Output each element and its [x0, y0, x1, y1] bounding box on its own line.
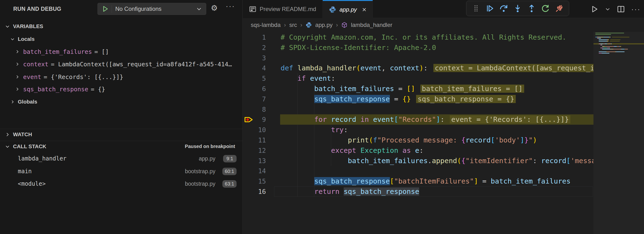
token — [280, 177, 314, 185]
globals-group[interactable]: Globals — [0, 97, 242, 107]
stack-frame-row[interactable]: <module> bootstrap.py 63:1 — [0, 179, 242, 189]
line-number[interactable]: 1 — [243, 32, 266, 42]
symbol-method-icon — [341, 22, 348, 28]
minimap-segment — [610, 49, 613, 49]
minimap-line — [596, 35, 644, 36]
code-text[interactable]: sqs_batch_response["batchItemFailures"] … — [280, 176, 570, 186]
token: f — [373, 136, 377, 144]
step-out-icon[interactable] — [527, 3, 536, 13]
watch-header-label: WATCH — [13, 131, 32, 138]
minimap-segment — [624, 49, 628, 49]
code-text[interactable]: batch_item_failures.append({"itemIdentif… — [280, 156, 594, 166]
line-number[interactable]: 4 — [243, 63, 266, 73]
minimap-line — [596, 38, 644, 39]
minimap-inline-segment — [612, 37, 629, 37]
minimap-segment — [600, 38, 601, 39]
debug-config-label[interactable]: No Configurations — [115, 5, 162, 12]
minimap-line — [596, 37, 644, 37]
line-number[interactable]: 13 — [243, 156, 266, 166]
token — [280, 146, 331, 154]
variable-row[interactable]: context= LambdaContext([aws_request_id=a… — [0, 59, 242, 69]
variable-row[interactable]: batch_item_failures= [] — [0, 46, 242, 57]
line-number[interactable]: 5 — [243, 73, 266, 84]
code-text[interactable]: def lambda_handler(event, context): cont… — [280, 63, 594, 73]
stack-frame-row[interactable]: lambda_handler app.py 9:1 — [0, 153, 242, 164]
minimap[interactable] — [594, 32, 644, 234]
code-text[interactable]: try: — [280, 125, 348, 135]
code-text[interactable]: if event: — [280, 73, 335, 84]
line-number[interactable]: 16 — [243, 186, 266, 197]
variables-section-header[interactable]: VARIABLES — [0, 21, 242, 32]
token: } — [524, 136, 528, 144]
close-icon[interactable]: × — [362, 6, 366, 13]
code-text[interactable]: sqs_batch_response = {}sqs_batch_respons… — [280, 94, 516, 104]
breakpoint-current-line-icon[interactable] — [244, 114, 255, 125]
restart-icon[interactable] — [540, 3, 550, 13]
line-number[interactable]: 15 — [243, 176, 266, 186]
start-debug-icon[interactable] — [102, 5, 109, 12]
minimap-segment — [603, 48, 607, 48]
line-number[interactable]: 2 — [243, 42, 266, 53]
line-number[interactable]: 3 — [243, 53, 266, 63]
code-text[interactable]: except Exception as e: — [280, 145, 424, 156]
watch-section-header[interactable]: WATCH — [0, 129, 242, 140]
drag-handle-icon[interactable] — [471, 3, 481, 13]
disconnect-icon[interactable] — [554, 3, 564, 13]
breadcrumb-project[interactable]: sqs-lambda — [251, 22, 280, 28]
breadcrumb-folder[interactable]: src — [289, 22, 297, 28]
variable-row[interactable]: sqs_batch_response= {} — [0, 84, 242, 94]
minimap-segment — [598, 38, 600, 39]
line-number[interactable]: 6 — [243, 84, 266, 94]
line-number[interactable]: 11 — [243, 135, 266, 145]
chevron-right-icon[interactable] — [15, 75, 20, 79]
chevron-down-icon[interactable] — [196, 6, 202, 12]
chevron-right-icon[interactable] — [15, 49, 20, 54]
gear-icon[interactable]: ⚙ — [211, 3, 218, 12]
frame-file: bootstrap.py — [185, 168, 216, 175]
split-editor-icon[interactable] — [617, 5, 625, 13]
line-number[interactable]: 10 — [243, 125, 266, 135]
breadcrumb-symbol[interactable]: lambda_handler — [351, 22, 392, 28]
stack-frame-row[interactable]: main bootstrap.py 60:1 — [0, 166, 242, 177]
frame-function: lambda_handler — [18, 155, 66, 162]
minimap-segment — [621, 46, 621, 47]
breadcrumb-file[interactable]: app.py — [315, 22, 332, 28]
debug-inline-value: batch_item_failures = [] — [420, 85, 524, 93]
token: append — [432, 157, 457, 165]
code-editor[interactable]: 1# Copyright Amazon.com, Inc. or its aff… — [243, 32, 594, 234]
tab-label: app.py — [340, 6, 357, 13]
continue-icon[interactable] — [485, 3, 495, 13]
call-stack-header-label: CALL STACK — [13, 143, 46, 150]
tab-app-py[interactable]: app.py × — [323, 0, 373, 18]
line-number[interactable]: 12 — [243, 145, 266, 156]
code-text[interactable]: # SPDX-License-Identifier: Apache-2.0 — [280, 42, 436, 53]
vscode-window: RUN AND DEBUG No Configurations ⚙ ··· VA… — [0, 0, 644, 234]
call-stack-section-header[interactable]: CALL STACK Paused on breakpoint — [0, 141, 242, 152]
code-text[interactable]: print(f"Processed message: {record['body… — [280, 135, 537, 145]
code-text[interactable]: # Copyright Amazon.com, Inc. or its affi… — [280, 32, 566, 42]
code-text[interactable]: batch_item_failures = []batch_item_failu… — [280, 84, 524, 94]
step-into-icon[interactable] — [513, 3, 522, 13]
frame-function: <module> — [18, 180, 46, 187]
more-actions-icon[interactable]: ··· — [226, 2, 235, 10]
chevron-right-icon[interactable] — [15, 62, 20, 67]
token: record — [541, 157, 566, 165]
minimap-segment — [614, 49, 621, 49]
tab-preview-readme[interactable]: Preview README.md — [243, 0, 323, 18]
token: [ — [491, 136, 495, 144]
variable-row[interactable]: event= {'Records': [{...}]} — [0, 72, 242, 82]
chevron-right-icon[interactable] — [15, 87, 20, 92]
line-number[interactable]: 8 — [243, 104, 266, 115]
run-dropdown-chevron-icon[interactable] — [605, 6, 610, 12]
editor-actions: ··· — [590, 0, 641, 18]
line-number[interactable]: 14 — [243, 166, 266, 176]
minimap-line — [596, 34, 644, 35]
locals-group[interactable]: Locals — [0, 34, 242, 44]
step-over-icon[interactable] — [499, 3, 508, 13]
code-line-10: 10 try: — [243, 125, 594, 135]
line-number[interactable]: 7 — [243, 94, 266, 104]
debug-config-dropdown[interactable]: No Configurations — [98, 3, 206, 15]
run-button[interactable] — [590, 5, 598, 13]
code-text[interactable]: return sqs_batch_response — [280, 186, 419, 197]
more-actions-icon[interactable]: ··· — [631, 5, 641, 13]
